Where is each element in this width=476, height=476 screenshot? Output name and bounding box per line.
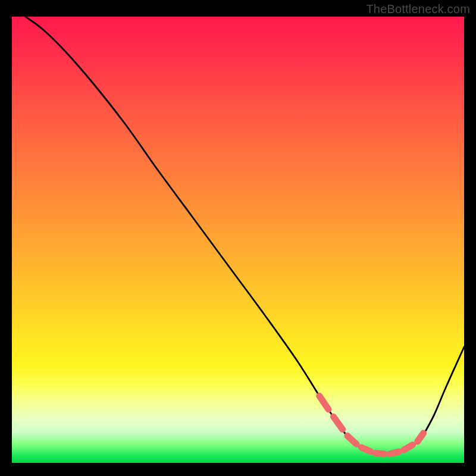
sweet-spot-dash: [390, 452, 399, 454]
gradient-plot-area: [12, 17, 464, 463]
chart-stage: TheBottleneck.com: [0, 0, 476, 476]
sweet-spot-dash: [375, 453, 384, 455]
curve-svg: [12, 17, 464, 463]
bottleneck-curve-line: [26, 17, 464, 455]
sweet-spot-dash: [403, 445, 412, 450]
sweet-spot-dash: [362, 447, 371, 452]
sweet-spot-dash: [418, 433, 424, 441]
sweet-spot-dashes: [320, 396, 424, 455]
sweet-spot-dash: [333, 416, 342, 429]
sweet-spot-dash: [320, 396, 328, 410]
sweet-spot-dash: [347, 436, 356, 444]
watermark-text: TheBottleneck.com: [366, 2, 470, 16]
